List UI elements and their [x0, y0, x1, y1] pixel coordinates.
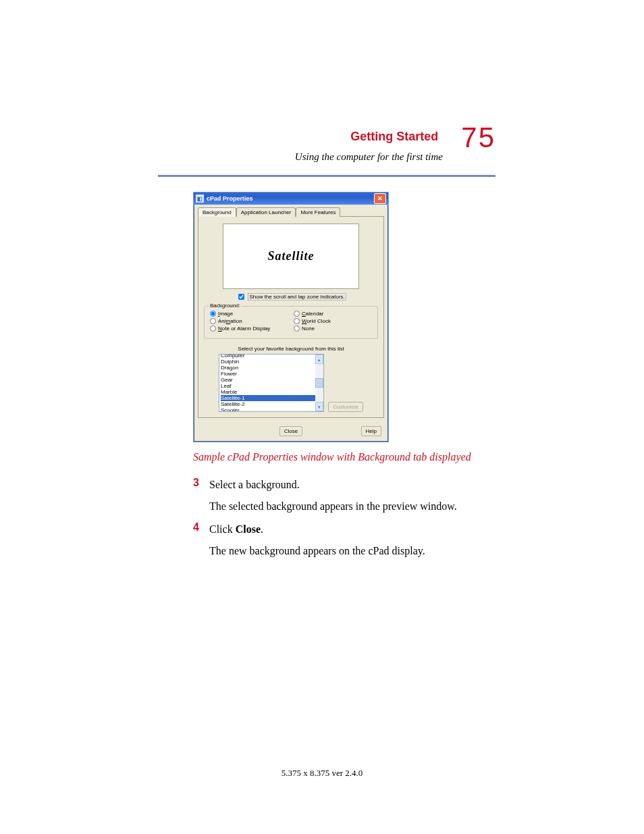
radio-world-clock[interactable] [294, 318, 300, 324]
radio-none-label: None [302, 325, 315, 332]
close-icon[interactable]: ✕ [374, 193, 386, 204]
radio-animation[interactable] [210, 318, 216, 324]
step-4-follow: The new background appears on the cPad d… [209, 543, 495, 559]
page-footer: 5.375 x 8.375 ver 2.4.0 [0, 768, 644, 779]
step-number: 3 [193, 477, 209, 515]
list-item[interactable]: Gear [221, 377, 322, 383]
step-3-text: Select a background. [209, 477, 495, 493]
titlebar[interactable]: ◧ cPad Properties ✕ [194, 192, 388, 205]
list-item[interactable]: Satellite-2 [221, 401, 322, 407]
listbox-scrollbar[interactable]: ▴ ▾ [315, 355, 323, 411]
scroll-down-icon[interactable]: ▾ [315, 402, 323, 411]
list-item[interactable]: Dragon [221, 365, 322, 371]
radio-calendar[interactable] [294, 311, 300, 317]
radio-note-alarm-label: Note or Alarm Display [218, 325, 270, 332]
list-item[interactable]: Computer [221, 354, 322, 359]
scroll-up-icon[interactable]: ▴ [315, 355, 323, 364]
page-number: 75 [461, 122, 495, 153]
step-4: 4 Click Close. The new background appear… [193, 521, 495, 559]
tab-more-features[interactable]: More Features [296, 207, 340, 217]
screenshot-window: ◧ cPad Properties ✕ Background Applicati… [193, 192, 389, 442]
window-title: cPad Properties [207, 195, 253, 202]
customize-button: Customize [328, 402, 363, 412]
app-icon: ◧ [196, 194, 204, 203]
radio-world-clock-label: World Clock [302, 318, 331, 324]
radio-calendar-label: Calendar [302, 311, 323, 317]
step-4-text: Click Close. [209, 521, 495, 538]
header-rule [158, 175, 495, 177]
page-header: Getting Started 75 Using the computer fo… [158, 122, 495, 163]
show-indicators-label: Show the scroll and tap zone indicators. [248, 293, 346, 301]
figure-caption: Sample cPad Properties window with Backg… [193, 450, 477, 465]
section-title: Getting Started [350, 130, 438, 143]
show-indicators-checkbox[interactable] [238, 294, 244, 300]
list-item[interactable]: Marble [221, 389, 322, 395]
tab-application-launcher[interactable]: Application Launcher [236, 207, 296, 217]
background-listbox[interactable]: BrushButterflyCircleComputerDolphinDrago… [219, 354, 324, 412]
step-3: 3 Select a background. The selected back… [193, 477, 495, 515]
scroll-thumb[interactable] [315, 378, 323, 388]
list-item[interactable]: Flower [221, 371, 322, 377]
list-item[interactable]: Dolphin [221, 359, 322, 365]
step-number: 4 [193, 521, 209, 559]
list-item[interactable]: Satellite-1 [221, 395, 322, 401]
radio-animation-label: Animation [218, 318, 242, 324]
fieldset-legend: Background: [209, 303, 242, 309]
preview-pane: Satellite [223, 224, 359, 289]
list-item[interactable]: Scooter [221, 407, 322, 412]
help-button[interactable]: Help [361, 426, 381, 436]
step-3-follow: The selected background appears in the p… [209, 498, 495, 515]
radio-note-alarm[interactable] [210, 325, 216, 332]
radio-image-label: Image [218, 311, 233, 317]
list-title: Select your favorite background from thi… [204, 346, 378, 352]
tab-panel-background: Satellite Show the scroll and tap zone i… [198, 216, 384, 418]
close-button[interactable]: Close [279, 426, 302, 436]
header-subtitle: Using the computer for the first time [158, 151, 443, 163]
tab-background[interactable]: Background [198, 207, 236, 217]
tab-strip: Background Application Launcher More Fea… [194, 205, 388, 217]
radio-image[interactable] [210, 311, 216, 317]
list-item[interactable]: Leaf [221, 383, 322, 389]
radio-none[interactable] [294, 325, 300, 332]
preview-brand-text: Satellite [268, 249, 315, 263]
background-fieldset: Background: Image Animation Note or Alar… [204, 306, 378, 339]
